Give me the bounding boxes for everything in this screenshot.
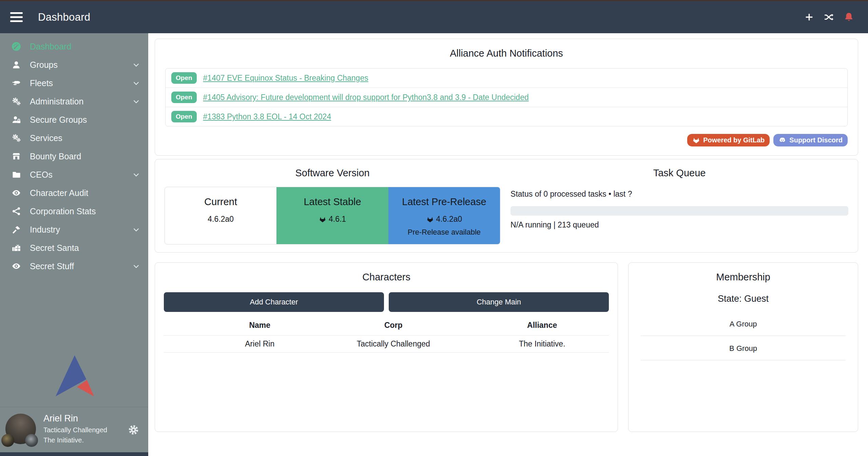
- sidebar-item-icon: [12, 170, 21, 179]
- sidebar-item-label: Bounty Board: [30, 152, 140, 161]
- status-badge: Open: [171, 92, 197, 103]
- software-version-task-queue-card: Software Version Current 4.6.2a0: [155, 159, 858, 253]
- version-cell-value: 4.6.1: [276, 215, 388, 224]
- user-alliance: The Initiative.: [43, 436, 107, 444]
- chevron-down-icon: [132, 79, 140, 87]
- gitlab-icon: [692, 136, 700, 144]
- sidebar-item[interactable]: Administration: [0, 92, 148, 111]
- version-cell-label: Latest Stable: [276, 196, 388, 207]
- shuffle-icon[interactable]: [824, 12, 834, 22]
- membership-state: State: Guest: [637, 294, 850, 304]
- gitlab-badge-label: Powered by GitLab: [703, 136, 765, 144]
- notifications-card: Alliance Auth Notifications Open #1407 E…: [155, 39, 858, 156]
- sidebar-item-label: Corporation Stats: [30, 206, 140, 216]
- task-queue-status: Status of 0 processed tasks • last ?: [510, 190, 848, 199]
- notifications-footer: Powered by GitLab Support Discord: [165, 134, 848, 146]
- sidebar-item-label: Character Audit: [30, 188, 140, 198]
- characters-buttons: Add Character Change Main: [164, 292, 609, 312]
- sidebar-item-label: Dashboard: [30, 42, 140, 52]
- task-queue-progress-bar: [510, 206, 848, 216]
- user-name: Ariel Rin: [43, 413, 107, 424]
- table-row: Ariel Rin Tactically Challenged The Init…: [164, 335, 609, 353]
- version-cell: Current 4.6.2a0: [165, 187, 276, 244]
- notifications-title: Alliance Auth Notifications: [165, 48, 848, 59]
- sidebar-item[interactable]: Secret Stuff: [0, 257, 148, 275]
- powered-by-gitlab-badge[interactable]: Powered by GitLab: [687, 134, 770, 146]
- sidebar-item[interactable]: Secure Groups: [0, 111, 148, 129]
- sidebar-item-icon: [12, 206, 21, 216]
- chevron-down-icon: [132, 61, 140, 69]
- sidebar-item-icon: [12, 188, 21, 198]
- sidebar-item[interactable]: Dashboard: [0, 37, 148, 56]
- cell-name: Ariel Rin: [208, 339, 311, 349]
- version-boxes: Current 4.6.2a0 Latest Stable: [165, 187, 500, 244]
- version-cell-value: 4.6.2a0: [388, 215, 500, 224]
- task-queue-title: Task Queue: [510, 167, 848, 179]
- sidebar-item-label: Secret Santa: [30, 243, 140, 253]
- notification-link[interactable]: #1407 EVE Equinox Status - Breaking Chan…: [203, 74, 368, 83]
- version-cell: Latest Pre-Release 4.6.2a0 Pre-Release a…: [388, 187, 500, 244]
- change-main-button[interactable]: Change Main: [389, 292, 609, 312]
- task-queue-summary: N/A running | 213 queued: [510, 220, 848, 230]
- chevron-down-icon: [132, 226, 140, 234]
- sidebar-item[interactable]: Fleets: [0, 74, 148, 92]
- sidebar-item[interactable]: Bounty Board: [0, 147, 148, 165]
- notification-link[interactable]: #1383 Python 3.8 EOL - 14 Oct 2024: [203, 112, 331, 121]
- notification-row: Open #1407 EVE Equinox Status - Breaking…: [166, 68, 847, 87]
- header-corp: Corp: [311, 321, 475, 330]
- sidebar-item[interactable]: Secret Santa: [0, 239, 148, 257]
- sidebar: Dashboard Groups Fleets Admin: [0, 33, 148, 456]
- user-avatar: [5, 414, 36, 444]
- sidebar-item[interactable]: Character Audit: [0, 184, 148, 202]
- notification-row: Open #1405 Advisory: Future development …: [166, 87, 847, 107]
- add-character-button[interactable]: Add Character: [164, 292, 384, 312]
- characters-table-body: Ariel Rin Tactically Challenged The Init…: [164, 335, 609, 353]
- user-panel: Ariel Rin Tactically Challenged The Init…: [0, 407, 148, 452]
- chevron-down-icon: [132, 171, 140, 179]
- notifications-list: Open #1407 EVE Equinox Status - Breaking…: [165, 68, 848, 126]
- sidebar-item-icon: [12, 133, 21, 143]
- sidebar-nav: Dashboard Groups Fleets Admin: [0, 33, 148, 275]
- sidebar-item[interactable]: Corporation Stats: [0, 202, 148, 220]
- sidebar-item[interactable]: CEOs: [0, 165, 148, 184]
- sidebar-item-icon: [12, 115, 21, 124]
- notifications-bell-icon[interactable]: [843, 12, 854, 23]
- sidebar-item-label: CEOs: [30, 170, 132, 180]
- sidebar-item[interactable]: Services: [0, 129, 148, 147]
- user-corp: Tactically Challenged: [43, 426, 107, 434]
- discord-icon: [778, 136, 786, 144]
- status-badge: Open: [171, 72, 197, 84]
- gitlab-tanuki-icon: [426, 216, 434, 223]
- alliance-auth-logo: [54, 354, 94, 397]
- sidebar-item-icon: [12, 225, 21, 234]
- group-list-item: A Group: [641, 312, 846, 336]
- cell-alliance: The Initiative.: [475, 339, 609, 349]
- software-version-title: Software Version: [165, 167, 500, 179]
- sidebar-item-icon: [12, 97, 21, 106]
- software-version-section: Software Version Current 4.6.2a0: [165, 167, 510, 252]
- corp-logo-badge: [1, 434, 14, 447]
- cell-corp: Tactically Challenged: [311, 339, 475, 349]
- header-name: Name: [208, 321, 311, 330]
- main-content: Alliance Auth Notifications Open #1407 E…: [148, 33, 868, 456]
- sidebar-item-icon: [12, 78, 21, 88]
- chevron-down-icon: [132, 262, 140, 270]
- user-meta: Ariel Rin Tactically Challenged The Init…: [43, 413, 107, 444]
- header-alliance: Alliance: [475, 321, 609, 330]
- user-settings-gear-icon[interactable]: [128, 424, 139, 436]
- version-cell-value: 4.6.2a0: [165, 215, 276, 224]
- version-cell-note: Pre-Release available: [388, 228, 500, 237]
- add-icon[interactable]: [804, 12, 814, 22]
- characters-table-header: Name Corp Alliance: [164, 321, 609, 335]
- notification-link[interactable]: #1405 Advisory: Future development will …: [203, 93, 529, 102]
- version-cell-label: Current: [165, 196, 276, 207]
- sidebar-item-icon: [12, 152, 21, 161]
- sidebar-item-icon: [12, 261, 21, 271]
- sidebar-item-label: Services: [30, 133, 140, 143]
- menu-toggle-button[interactable]: [10, 12, 24, 22]
- support-discord-badge[interactable]: Support Discord: [773, 134, 848, 146]
- sidebar-bottom-strip: [0, 452, 148, 456]
- membership-title: Membership: [637, 272, 850, 283]
- sidebar-item[interactable]: Industry: [0, 220, 148, 239]
- sidebar-item[interactable]: Groups: [0, 56, 148, 74]
